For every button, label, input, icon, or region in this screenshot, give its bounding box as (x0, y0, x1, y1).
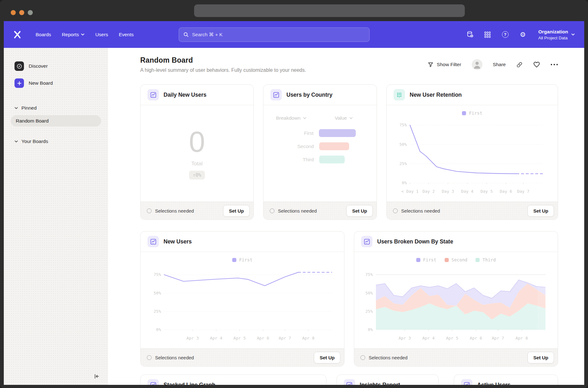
svg-text:Apr 5: Apr 5 (233, 336, 246, 340)
line-chart-icon (461, 379, 472, 385)
nav-item-users[interactable]: Users (91, 29, 112, 40)
chevron-down-icon (14, 107, 18, 109)
chart-legend: First (387, 111, 558, 116)
svg-text:Apr 6: Apr 6 (257, 336, 269, 340)
svg-text:Apr 3: Apr 3 (399, 336, 411, 340)
legend-item: First (416, 257, 436, 262)
legend-item: First (462, 111, 482, 116)
line-chart-icon (147, 89, 159, 100)
set-up-button[interactable]: Set Up (346, 205, 373, 217)
chart-legend: First Second Third (354, 257, 558, 262)
chevron-down-icon (349, 117, 353, 119)
selection-status: Selections needed (147, 208, 194, 214)
card-body: First 75%50%25%0%< Day 1Day 2Day 3Day 4D… (387, 105, 558, 202)
sidebar-item-label: Discover (29, 63, 48, 69)
more-options-button[interactable] (551, 64, 558, 66)
svg-text:0%: 0% (156, 327, 161, 332)
card-body: 0 Total ↑0% (141, 105, 253, 202)
status-circle-icon (393, 208, 398, 213)
nav-item-boards[interactable]: Boards (32, 29, 55, 40)
bar-row: Third (263, 156, 356, 163)
svg-text:75%: 75% (366, 272, 373, 277)
org-switcher[interactable]: Organization All Project Data (538, 29, 575, 40)
svg-text:Apr 7: Apr 7 (279, 336, 291, 340)
selection-status: Selections needed (393, 208, 440, 214)
card-body: First 75%50%25%0%Apr 3Apr 4Apr 5Apr 6Apr… (141, 252, 344, 348)
svg-text:0%: 0% (368, 327, 373, 332)
card-row-2: New Users First 75%50%25%0%Apr 3Apr 4Apr… (140, 231, 558, 367)
card-header: New User Retention (387, 85, 558, 105)
status-label: Selections needed (155, 355, 194, 360)
mixpanel-logo-icon[interactable] (13, 30, 22, 39)
sidebar-item-discover[interactable]: Discover (11, 59, 101, 73)
status-circle-icon (147, 208, 152, 213)
search-input[interactable] (179, 27, 370, 42)
card-header: Users by Country (263, 85, 377, 105)
card-stacked-line-graph: Stacked Line Graph (140, 374, 326, 385)
favorite-button[interactable] (533, 61, 540, 68)
card-header: Users Broken Down By State (354, 231, 558, 252)
traffic-lights (11, 10, 33, 15)
svg-text:Apr 5: Apr 5 (446, 336, 458, 340)
nav-item-events[interactable]: Events (115, 29, 138, 40)
avatar[interactable] (472, 59, 482, 70)
copy-link-button[interactable] (516, 61, 523, 68)
navbar-right: ? ⚙ Organization All Project Data (466, 29, 575, 40)
nav-menu: Boards Reports Users Events (32, 29, 138, 40)
stacked-area-chart[interactable]: 75%50%25%0%Apr 3Apr 4Apr 5Apr 6Apr 7Apr … (358, 264, 554, 342)
apps-grid-icon[interactable] (483, 31, 492, 39)
window-close-button[interactable] (11, 10, 16, 15)
svg-text:Day 4: Day 4 (461, 189, 473, 194)
window-zoom-button[interactable] (28, 10, 33, 15)
nav-item-reports[interactable]: Reports (58, 29, 89, 40)
show-filter-button[interactable]: Show Filter (428, 62, 461, 68)
card-title: Stacked Line Graph (164, 382, 215, 385)
selection-status: Selections needed (360, 355, 407, 360)
bar-first[interactable] (319, 129, 356, 137)
metric-value: 0 (189, 127, 205, 156)
address-bar[interactable] (194, 4, 465, 17)
collapse-sidebar-button[interactable] (93, 373, 100, 380)
board-header: Random Board A high-level summary of use… (140, 56, 558, 73)
nav-item-label: Users (95, 32, 108, 37)
titlebar (0, 0, 588, 21)
status-label: Selections needed (155, 208, 194, 214)
page-title: Random Board (140, 56, 306, 65)
card-body: Breakdown Value First Second (263, 105, 377, 202)
help-icon[interactable]: ? (501, 31, 509, 39)
data-management-icon[interactable] (466, 31, 474, 39)
card-footer: Selections needed Set Up (354, 348, 558, 366)
bar-label: Second (263, 144, 314, 149)
card-footer: Selections needed Set Up (387, 202, 558, 220)
board-main: Random Board A high-level summary of use… (108, 48, 584, 385)
heart-icon (533, 61, 540, 68)
sidebar-item-label: New Board (29, 80, 53, 86)
sidebar-item-new-board[interactable]: New Board (11, 76, 101, 90)
set-up-button[interactable]: Set Up (223, 205, 250, 217)
value-dropdown[interactable]: Value (335, 115, 353, 121)
search-field[interactable] (192, 32, 365, 37)
sidebar-item-random-board[interactable]: Random Board (11, 115, 101, 127)
card-title: Users Broken Down By State (377, 238, 453, 245)
sidebar-item-label: Random Board (16, 118, 49, 123)
set-up-button[interactable]: Set Up (527, 352, 554, 363)
set-up-button[interactable]: Set Up (527, 205, 554, 217)
svg-text:50%: 50% (366, 291, 373, 295)
retention-line-chart[interactable]: 75%50%25%0%< Day 1Day 2Day 3Day 4Day 5Da… (391, 117, 553, 196)
board-actions: Show Filter Share (428, 59, 558, 70)
share-button[interactable]: Share (493, 62, 506, 67)
new-users-line-chart[interactable]: 75%50%25%0%Apr 3Apr 4Apr 5Apr 6Apr 7Apr … (145, 264, 340, 342)
legend-item: Second (445, 257, 468, 262)
set-up-button[interactable]: Set Up (314, 352, 340, 363)
legend-label: First (469, 111, 482, 116)
settings-gear-icon[interactable]: ⚙ (519, 31, 527, 39)
breakdown-dropdown[interactable]: Breakdown (276, 115, 306, 121)
bar-third[interactable] (319, 156, 345, 163)
legend-swatch (445, 258, 449, 262)
bar-second[interactable] (319, 142, 349, 150)
discover-compass-icon (14, 61, 24, 71)
sidebar-section-your-boards[interactable]: Your Boards (11, 136, 101, 147)
sidebar-section-pinned[interactable]: Pinned (11, 103, 101, 113)
plus-icon (14, 78, 24, 88)
window-minimize-button[interactable] (19, 10, 24, 15)
